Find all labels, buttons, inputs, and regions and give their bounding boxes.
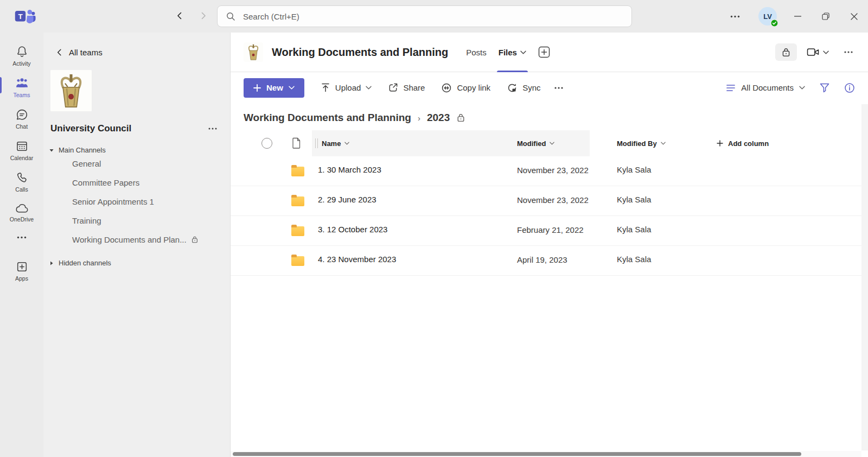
channel-main: Working Documents and Planning Posts Fil… bbox=[231, 33, 868, 457]
chevron-down-icon bbox=[520, 50, 526, 54]
new-button[interactable]: New bbox=[244, 78, 304, 98]
bell-icon bbox=[15, 45, 29, 59]
tab-posts[interactable]: Posts bbox=[460, 33, 493, 72]
sidebar-channel-senior-appointments[interactable]: Senior Appointments 1 bbox=[43, 192, 230, 211]
channel-more-button[interactable] bbox=[839, 51, 858, 53]
channel-privacy-lock-button[interactable] bbox=[775, 43, 797, 61]
file-modified-by: Kyla Sala bbox=[617, 195, 651, 204]
apps-plus-icon bbox=[15, 260, 29, 274]
upload-arrow-icon bbox=[321, 82, 330, 93]
chevron-down-icon bbox=[823, 50, 829, 54]
tab-files[interactable]: Files bbox=[493, 33, 532, 72]
sidebar-channel-committee-papers[interactable]: Committee Papers bbox=[43, 173, 230, 192]
vertical-scrollbar[interactable] bbox=[861, 104, 868, 450]
close-button[interactable] bbox=[840, 0, 868, 33]
view-selector[interactable]: All Documents bbox=[726, 83, 805, 92]
rail-item-teams[interactable]: Teams bbox=[0, 72, 43, 103]
rail-item-activity[interactable]: Activity bbox=[0, 40, 43, 72]
add-column-button[interactable]: Add column bbox=[717, 130, 769, 156]
column-chevron-icon bbox=[344, 142, 349, 145]
command-bar-more-button[interactable] bbox=[554, 87, 563, 89]
team-name: University Council bbox=[50, 123, 131, 134]
file-name[interactable]: 1. 30 March 2023 bbox=[318, 165, 381, 174]
sidebar-channel-training[interactable]: Training bbox=[43, 211, 230, 230]
file-row[interactable]: 3. 12 October 2023 February 21, 2022 Kyl… bbox=[231, 216, 868, 246]
app-rail: Activity Teams Chat Calendar Calls bbox=[0, 33, 43, 457]
file-row[interactable]: 1. 30 March 2023 November 23, 2022 Kyla … bbox=[231, 156, 868, 186]
sync-label: Sync bbox=[522, 83, 540, 92]
team-sidebar: All teams University Council Main C bbox=[43, 33, 231, 457]
file-row[interactable]: 2. 29 June 2023 November 23, 2022 Kyla S… bbox=[231, 186, 868, 216]
channel-label: General bbox=[72, 159, 101, 168]
file-type-column-header[interactable] bbox=[292, 137, 301, 149]
channel-label: Working Documents and Plan... bbox=[72, 235, 187, 244]
file-name[interactable]: 4. 23 November 2023 bbox=[318, 255, 396, 264]
rail-item-onedrive[interactable]: OneDrive bbox=[0, 198, 43, 227]
breadcrumb-current: 2023 bbox=[427, 112, 450, 124]
hidden-channels-section[interactable]: Hidden channels bbox=[43, 249, 230, 267]
filter-button[interactable] bbox=[819, 82, 830, 93]
sidebar-channel-general[interactable]: General bbox=[43, 154, 230, 173]
add-column-label: Add column bbox=[728, 139, 769, 148]
titlebar-more-button[interactable] bbox=[730, 15, 754, 18]
sync-icon bbox=[507, 82, 518, 93]
search-input[interactable] bbox=[243, 12, 623, 21]
restore-button[interactable] bbox=[812, 0, 840, 33]
rail-item-label: Calendar bbox=[10, 155, 34, 161]
file-modified: November 23, 2022 bbox=[517, 166, 589, 175]
rail-item-label: Teams bbox=[14, 92, 30, 98]
user-avatar[interactable]: LV bbox=[758, 7, 777, 26]
file-modified-by: Kyla Sala bbox=[617, 255, 651, 264]
column-drag-handle[interactable] bbox=[315, 138, 318, 148]
tab-label: Posts bbox=[466, 48, 487, 57]
ellipsis-icon bbox=[844, 51, 853, 53]
all-teams-back-button[interactable]: All teams bbox=[43, 33, 230, 57]
lock-icon bbox=[191, 236, 199, 244]
horizontal-scrollbar-thumb[interactable] bbox=[233, 452, 801, 456]
rail-item-label: Activity bbox=[12, 60, 30, 67]
file-name[interactable]: 3. 12 October 2023 bbox=[318, 225, 387, 234]
sync-button[interactable]: Sync bbox=[507, 82, 540, 93]
rail-item-apps[interactable]: Apps bbox=[0, 255, 43, 287]
files-list: Name Modified Modified By bbox=[231, 130, 868, 457]
main-channels-section[interactable]: Main Channels bbox=[43, 134, 230, 154]
rail-item-calls[interactable]: Calls bbox=[0, 166, 43, 198]
chevron-down-icon bbox=[366, 86, 372, 90]
hidden-channels-label: Hidden channels bbox=[59, 259, 111, 267]
column-header-modified[interactable]: Modified bbox=[517, 130, 554, 156]
plus-icon bbox=[253, 84, 261, 92]
ellipsis-icon bbox=[554, 87, 563, 89]
rail-item-chat[interactable]: Chat bbox=[0, 103, 43, 135]
rail-item-more-apps[interactable] bbox=[0, 227, 43, 247]
column-header-modified-by[interactable]: Modified By bbox=[617, 130, 666, 156]
share-button[interactable]: Share bbox=[388, 82, 425, 93]
team-options-button[interactable] bbox=[208, 128, 217, 130]
minimize-button[interactable] bbox=[783, 0, 812, 33]
file-row[interactable]: 4. 23 November 2023 April 19, 2023 Kyla … bbox=[231, 246, 868, 276]
info-button[interactable] bbox=[844, 82, 855, 93]
search-bar[interactable] bbox=[217, 5, 632, 27]
rail-item-calendar[interactable]: Calendar bbox=[0, 135, 43, 166]
file-name[interactable]: 2. 29 June 2023 bbox=[318, 195, 376, 204]
add-tab-button[interactable] bbox=[538, 46, 551, 59]
horizontal-scrollbar[interactable] bbox=[231, 451, 861, 457]
upload-label: Upload bbox=[335, 83, 361, 92]
tab-label: Files bbox=[499, 48, 517, 57]
column-label: Modified bbox=[517, 139, 546, 148]
column-chevron-icon bbox=[550, 142, 554, 145]
back-chevron-icon[interactable] bbox=[173, 9, 187, 23]
files-table-header: Name Modified Modified By bbox=[231, 130, 868, 156]
select-all-circle[interactable] bbox=[261, 138, 272, 149]
main-channels-label: Main Channels bbox=[59, 146, 106, 154]
meet-now-button[interactable] bbox=[802, 45, 833, 60]
rail-item-label: Apps bbox=[15, 275, 28, 282]
column-label: Modified By bbox=[617, 139, 657, 148]
forward-chevron-icon[interactable] bbox=[196, 9, 210, 23]
share-label: Share bbox=[403, 83, 425, 92]
copy-link-button[interactable]: Copy link bbox=[441, 82, 490, 93]
sidebar-channel-working-documents[interactable]: Working Documents and Plan... bbox=[43, 230, 230, 249]
view-selector-label: All Documents bbox=[741, 83, 794, 92]
upload-button[interactable]: Upload bbox=[321, 82, 372, 93]
chat-bubble-icon bbox=[15, 108, 29, 122]
breadcrumb-root[interactable]: Working Documents and Planning bbox=[244, 112, 411, 124]
